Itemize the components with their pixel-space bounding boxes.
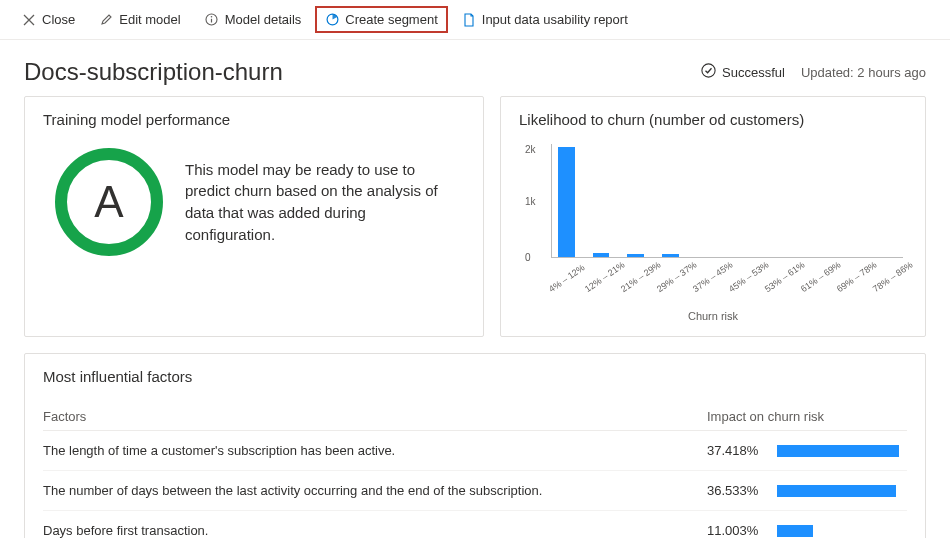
impact-bar xyxy=(777,485,896,497)
impact-bar xyxy=(777,525,813,537)
info-icon xyxy=(205,13,219,27)
x-axis-title: Churn risk xyxy=(519,310,907,322)
impact-cell: 11.003% xyxy=(707,523,907,538)
usability-report-label: Input data usability report xyxy=(482,12,628,27)
svg-point-4 xyxy=(702,64,715,77)
impact-value: 36.533% xyxy=(707,483,763,498)
page-title: Docs-subscription-churn xyxy=(24,58,283,86)
updated-text: Updated: 2 hours ago xyxy=(801,65,926,80)
grade-circle: A xyxy=(55,148,163,256)
performance-panel: Training model performance A This model … xyxy=(24,96,484,337)
x-axis-labels: 4% – 12%12% – 21%21% – 29%29% – 37%37% –… xyxy=(545,276,907,286)
impact-bar xyxy=(777,445,899,457)
factor-row: Days before first transaction.11.003% xyxy=(43,511,907,538)
close-label: Close xyxy=(42,12,75,27)
edit-model-label: Edit model xyxy=(119,12,180,27)
impact-cell: 37.418% xyxy=(707,443,907,458)
y-tick: 2k xyxy=(525,143,536,154)
impact-bar-wrap xyxy=(777,445,907,457)
impact-value: 37.418% xyxy=(707,443,763,458)
status-text: Successful xyxy=(722,65,785,80)
close-icon xyxy=(22,13,36,27)
performance-body: A This model may be ready to use to pred… xyxy=(43,140,465,270)
factor-text: The length of time a customer's subscrip… xyxy=(43,443,707,458)
chart-bars xyxy=(552,144,903,257)
model-details-label: Model details xyxy=(225,12,302,27)
factor-rows: The length of time a customer's subscrip… xyxy=(43,431,907,538)
factors-col-header: Factors xyxy=(43,409,86,424)
performance-title: Training model performance xyxy=(43,111,465,128)
pencil-icon xyxy=(99,13,113,27)
chart-title: Likelihood to churn (number od customers… xyxy=(519,111,907,128)
create-segment-button[interactable]: Create segment xyxy=(315,6,448,33)
chart-bar xyxy=(627,254,644,257)
status-group: Successful Updated: 2 hours ago xyxy=(701,63,926,81)
impact-value: 11.003% xyxy=(707,523,763,538)
y-tick: 1k xyxy=(525,196,536,207)
chart-bar xyxy=(593,253,610,257)
model-details-button[interactable]: Model details xyxy=(195,6,312,33)
impact-bar-wrap xyxy=(777,485,907,497)
chart-panel: Likelihood to churn (number od customers… xyxy=(500,96,926,337)
toolbar: Close Edit model Model details Create se… xyxy=(0,0,950,40)
factors-header: Factors Impact on churn risk xyxy=(43,397,907,431)
impact-bar-wrap xyxy=(777,525,907,537)
segment-icon xyxy=(325,13,339,27)
impact-cell: 36.533% xyxy=(707,483,907,498)
factor-row: The number of days between the last acti… xyxy=(43,471,907,511)
chart-plot xyxy=(551,144,903,258)
factors-panel: Most influential factors Factors Impact … xyxy=(24,353,926,538)
performance-description: This model may be ready to use to predic… xyxy=(185,159,445,246)
factor-row: The length of time a customer's subscrip… xyxy=(43,431,907,471)
status-badge: Successful xyxy=(701,63,785,81)
chart-bar xyxy=(662,254,679,257)
usability-report-button[interactable]: Input data usability report xyxy=(452,6,638,33)
create-segment-label: Create segment xyxy=(345,12,438,27)
document-icon xyxy=(462,13,476,27)
chart-bar xyxy=(558,147,575,257)
factors-title: Most influential factors xyxy=(43,368,907,385)
factor-text: Days before first transaction. xyxy=(43,523,707,538)
close-button[interactable]: Close xyxy=(12,6,85,33)
top-panels: Training model performance A This model … xyxy=(0,96,950,353)
factor-text: The number of days between the last acti… xyxy=(43,483,707,498)
y-tick: 0 xyxy=(525,251,531,262)
edit-model-button[interactable]: Edit model xyxy=(89,6,190,33)
impact-col-header: Impact on churn risk xyxy=(707,409,907,424)
chart-area: 2k 1k 0 xyxy=(525,144,907,274)
checkmark-icon xyxy=(701,63,716,81)
header: Docs-subscription-churn Successful Updat… xyxy=(0,40,950,96)
y-axis: 2k 1k 0 xyxy=(525,144,547,258)
svg-point-2 xyxy=(211,16,213,18)
